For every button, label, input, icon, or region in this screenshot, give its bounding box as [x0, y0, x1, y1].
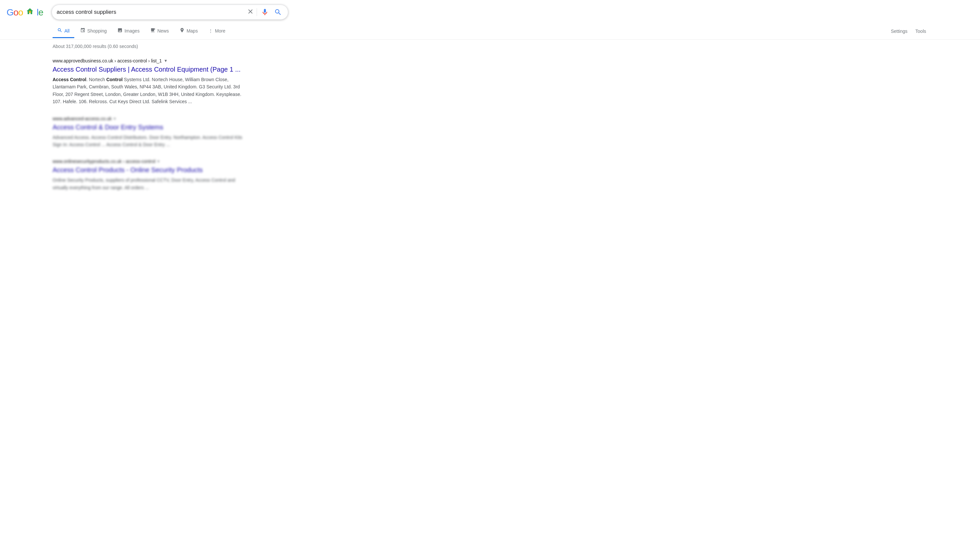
result-url: www.advanced-access.co.uk	[52, 116, 112, 121]
results-container: www.approvedbusiness.co.uk › access-cont…	[0, 50, 296, 199]
result-url-row: www.approvedbusiness.co.uk › access-cont…	[52, 58, 243, 64]
nav-tabs: All Shopping Images News Maps ⋮ More Set…	[0, 23, 980, 40]
logo-letter-o2: o	[18, 7, 23, 17]
tab-more[interactable]: ⋮ More	[204, 25, 230, 38]
svg-point-1	[29, 11, 31, 13]
tab-all[interactable]: All	[52, 24, 74, 38]
result-url: www.onlinesecurityproducts.co.uk › acces…	[52, 159, 156, 164]
all-icon	[57, 28, 62, 34]
images-icon	[117, 28, 123, 34]
result-title-link: Access Control & Door Entry Systems	[52, 122, 243, 132]
header: Goo le	[0, 0, 980, 23]
logo-letter-e: e	[38, 7, 43, 17]
result-snippet: Advanced Access. Access Control Distribu…	[52, 134, 243, 149]
result-url-row: www.onlinesecurityproducts.co.uk › acces…	[52, 159, 243, 164]
result-url-dropdown[interactable]: ▼	[164, 59, 168, 63]
voice-search-button[interactable]	[259, 7, 270, 17]
tab-maps[interactable]: Maps	[175, 24, 202, 38]
tools-link[interactable]: Tools	[914, 25, 928, 37]
tab-images-label: Images	[124, 28, 140, 33]
result-item-blurred-2: www.advanced-access.co.uk ▾ Access Contr…	[52, 111, 243, 154]
tab-all-label: All	[64, 28, 70, 33]
tab-news[interactable]: News	[146, 24, 173, 38]
tab-maps-label: Maps	[187, 28, 198, 33]
logo-icon	[25, 7, 34, 16]
search-submit-button[interactable]	[273, 7, 283, 17]
maps-icon	[180, 28, 185, 34]
result-url: www.approvedbusiness.co.uk › access-cont…	[52, 58, 162, 64]
tab-news-label: News	[158, 28, 169, 33]
search-box	[52, 5, 288, 20]
result-url-dropdown: ▾	[158, 159, 159, 164]
shopping-icon	[80, 28, 86, 34]
search-box-wrapper	[52, 5, 288, 20]
search-input[interactable]	[57, 9, 244, 16]
result-title-link: Access Control Products - Online Securit…	[52, 165, 243, 175]
logo-letter-o1: o	[13, 7, 18, 17]
search-divider	[257, 8, 257, 16]
result-snippet: Access Control. Nortech Control Systems …	[52, 76, 243, 105]
result-url-dropdown: ▾	[114, 116, 116, 121]
tab-shopping-label: Shopping	[88, 28, 107, 33]
result-snippet: Online Security Products, suppliers of p…	[52, 176, 243, 191]
results-count: About 317,000,000 results (0.60 seconds)	[52, 44, 138, 49]
results-info: About 317,000,000 results (0.60 seconds)	[0, 40, 980, 50]
clear-button[interactable]	[247, 8, 254, 17]
tab-images[interactable]: Images	[113, 24, 144, 38]
result-title-link[interactable]: Access Control Suppliers | Access Contro…	[52, 65, 243, 74]
logo-letter-g: G	[6, 7, 13, 17]
tab-more-label: More	[215, 28, 226, 33]
google-logo[interactable]: Goo le	[6, 7, 43, 18]
more-icon: ⋮	[208, 28, 213, 33]
tab-shopping[interactable]: Shopping	[76, 24, 111, 38]
nav-settings-area: Settings Tools	[889, 25, 928, 37]
result-item: www.approvedbusiness.co.uk › access-cont…	[52, 53, 243, 111]
result-item-blurred-3: www.onlinesecurityproducts.co.uk › acces…	[52, 154, 243, 197]
news-icon	[150, 28, 156, 34]
settings-link[interactable]: Settings	[889, 25, 909, 37]
result-url-row: www.advanced-access.co.uk ▾	[52, 116, 243, 121]
